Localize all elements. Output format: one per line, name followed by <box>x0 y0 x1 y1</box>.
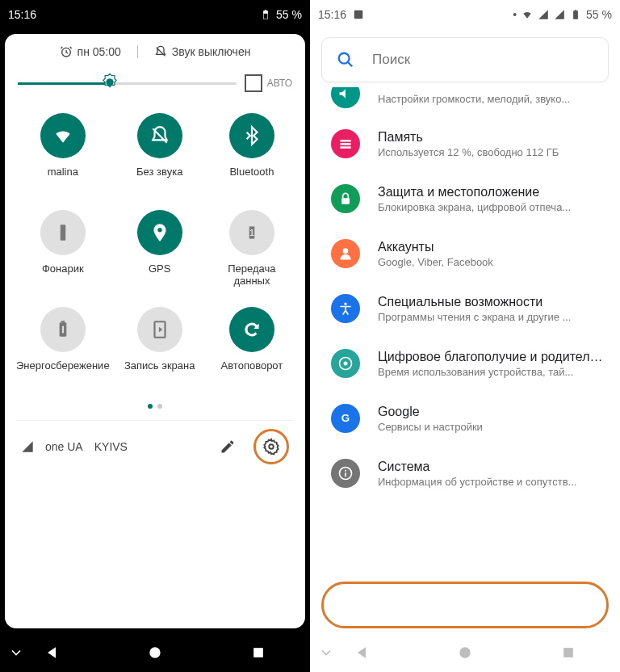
gear-icon <box>262 438 280 456</box>
svg-rect-15 <box>354 10 363 19</box>
qs-tile-battery[interactable]: Энергосбережение <box>16 307 110 396</box>
alarm-text: пн 05:00 <box>78 45 121 58</box>
wellbeing-icon <box>337 355 354 372</box>
home-button[interactable] <box>147 645 163 661</box>
settings-list[interactable]: Настройки громкости, мелодий, звуко... П… <box>310 87 620 633</box>
tile-circle <box>40 113 86 158</box>
svg-point-23 <box>343 248 349 254</box>
lock-icon <box>337 191 354 207</box>
svg-rect-5 <box>61 225 66 241</box>
qs-tile-data[interactable]: 1Передача данных <box>210 210 294 299</box>
setting-text: GoogleСервисы и настройки <box>378 405 604 433</box>
nosound-icon <box>149 125 170 146</box>
svg-rect-2 <box>264 14 268 19</box>
status-icons: • 55 % <box>513 8 612 21</box>
info-icon <box>337 465 354 481</box>
back-button[interactable] <box>354 645 370 661</box>
setting-sub: Сервисы и настройки <box>378 421 604 433</box>
setting-title: Аккаунты <box>378 240 604 254</box>
home-button[interactable] <box>457 645 473 661</box>
sound-chip[interactable]: Звук выключен <box>154 45 251 58</box>
svg-point-26 <box>344 362 348 366</box>
tile-label: GPS <box>149 263 170 275</box>
qs-tile-bluetooth[interactable]: Bluetooth <box>210 113 294 202</box>
svg-point-18 <box>339 53 350 64</box>
auto-label: АВТО <box>267 78 292 89</box>
dot <box>157 404 162 409</box>
a11y-icon <box>337 300 354 317</box>
svg-rect-14 <box>253 648 263 657</box>
tile-circle <box>229 307 274 352</box>
setting-icon <box>331 239 360 268</box>
qs-tile-wifi[interactable]: malina <box>16 113 110 202</box>
setting-title: Google <box>378 405 604 419</box>
status-bar: 15:16 • 55 % <box>310 0 620 29</box>
setting-row-info[interactable]: СистемаИнформация об устройстве и сопутс… <box>310 446 620 501</box>
setting-text: АккаунтыGoogle, Viber, Facebook <box>378 240 604 268</box>
slider-thumb[interactable] <box>96 69 124 97</box>
recents-button[interactable] <box>560 645 576 661</box>
svg-point-13 <box>149 647 160 657</box>
setting-icon <box>331 87 360 108</box>
pencil-icon <box>220 439 236 455</box>
status-battery: 55 % <box>276 8 302 21</box>
setting-row-wellbeing[interactable]: Цифровое благополучие и родитель...Время… <box>310 336 620 391</box>
data-icon: 1 <box>241 222 262 243</box>
setting-row-lock[interactable]: Защита и местоположениеБлокировка экрана… <box>310 171 620 226</box>
setting-icon <box>331 349 360 378</box>
setting-row-google[interactable]: GGoogleСервисы и настройки <box>310 391 620 446</box>
qs-tile-record[interactable]: Запись экрана <box>118 307 202 396</box>
phone-left: 15:16 55 % пн 05:00 Звук выключен <box>0 0 310 672</box>
quick-settings-panel: пн 05:00 Звук выключен АВТО malinaБез з <box>5 34 305 628</box>
setting-sub: Используется 12 %, свободно 112 ГБ <box>378 146 604 158</box>
person-icon <box>337 246 354 262</box>
setting-title: Система <box>378 460 604 474</box>
phone-right: 15:16 • 55 % Поиск Настройки громкости, … <box>310 0 620 672</box>
status-time: 15:16 <box>8 8 36 21</box>
qs-tile-rotate[interactable]: Автоповорот <box>210 307 294 396</box>
sound-text: Звук выключен <box>172 45 251 58</box>
svg-point-4 <box>106 78 113 86</box>
tile-label: Энергосбережение <box>16 360 110 372</box>
gps-icon <box>149 222 170 243</box>
tile-label: Запись экрана <box>124 360 195 372</box>
setting-text: СистемаИнформация об устройстве и сопутс… <box>378 460 604 488</box>
brightness-icon <box>98 72 121 94</box>
dot <box>148 404 153 409</box>
setting-row-storage[interactable]: ПамятьИспользуется 12 %, свободно 112 ГБ <box>310 116 620 171</box>
setting-sub: Время использования устройства, тай... <box>378 366 604 378</box>
setting-row-person[interactable]: АккаунтыGoogle, Viber, Facebook <box>310 226 620 281</box>
setting-title: Специальные возможности <box>378 295 604 309</box>
setting-row-a11y[interactable]: Специальные возможностиПрограммы чтения … <box>310 281 620 336</box>
search-placeholder: Поиск <box>372 52 410 68</box>
recents-button[interactable] <box>250 645 266 661</box>
edit-button[interactable] <box>213 432 242 461</box>
brightness-row: АВТО <box>18 74 292 92</box>
search-bar[interactable]: Поиск <box>321 37 609 82</box>
checkbox-icon <box>245 74 262 92</box>
setting-text: ПамятьИспользуется 12 %, свободно 112 ГБ <box>378 130 604 158</box>
brightness-slider[interactable] <box>18 82 237 85</box>
svg-rect-1 <box>265 10 266 10</box>
tile-label: malina <box>48 166 78 178</box>
chevron-down-icon[interactable] <box>8 645 24 661</box>
setting-sub: Блокировка экрана, цифровой отпеча... <box>378 201 604 213</box>
tile-circle <box>229 113 274 158</box>
search-icon <box>337 51 354 69</box>
qs-tile-gps[interactable]: GPS <box>118 210 202 299</box>
chevron-down-icon[interactable] <box>318 645 334 661</box>
settings-button[interactable] <box>257 432 286 461</box>
svg-point-24 <box>344 303 346 305</box>
alarm-chip[interactable]: пн 05:00 <box>60 45 121 58</box>
page-dots <box>16 404 294 409</box>
qs-tile-flashlight[interactable]: Фонарик <box>16 210 110 299</box>
status-left: 15:16 <box>318 8 364 21</box>
tile-circle <box>137 210 182 255</box>
android-navbar <box>310 633 620 672</box>
tile-label: Фонарик <box>42 263 84 275</box>
qs-tile-nosound[interactable]: Без звука <box>118 113 202 202</box>
qs-tiles: malinaБез звукаBluetoothФонарикGPS1Перед… <box>16 113 294 396</box>
back-button[interactable] <box>44 645 60 661</box>
setting-row-sound[interactable]: Настройки громкости, мелодий, звуко... <box>310 87 620 116</box>
auto-brightness[interactable]: АВТО <box>245 74 292 92</box>
